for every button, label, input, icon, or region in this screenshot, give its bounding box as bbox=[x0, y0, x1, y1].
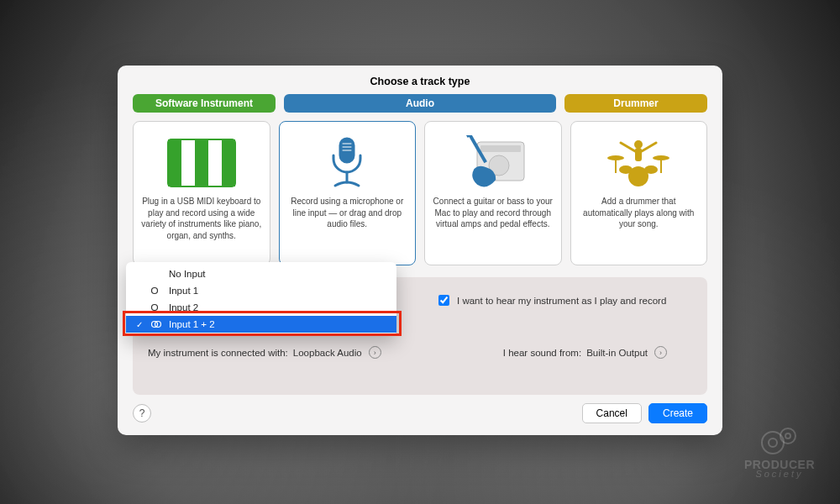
option-description: Record using a microphone or line input … bbox=[286, 196, 409, 230]
svg-rect-19 bbox=[635, 148, 642, 161]
stereo-icon bbox=[150, 320, 162, 328]
dropdown-option-input-1[interactable]: Input 1 bbox=[126, 282, 396, 299]
checkmark-icon: ✓ bbox=[134, 320, 144, 329]
option-description: Plug in a USB MIDI keyboard to play and … bbox=[140, 196, 263, 241]
dropdown-option-input-1-2[interactable]: ✓ Input 1 + 2 bbox=[126, 316, 396, 333]
option-drummer[interactable]: Add a drummer that automatically plays a… bbox=[570, 121, 708, 265]
new-track-dialog: Choose a track type Software Instrument … bbox=[118, 66, 722, 435]
option-description: Add a drummer that automatically plays a… bbox=[578, 196, 701, 230]
option-audio-mic[interactable]: Record using a microphone or line input … bbox=[279, 121, 417, 265]
dropdown-option-label: Input 2 bbox=[169, 302, 198, 312]
svg-point-18 bbox=[634, 140, 643, 149]
svg-point-29 bbox=[152, 288, 158, 294]
svg-rect-14 bbox=[480, 145, 521, 152]
guitar-amp-icon bbox=[455, 130, 531, 196]
dropdown-option-label: Input 1 + 2 bbox=[169, 319, 215, 329]
mono-icon bbox=[150, 303, 162, 312]
option-audio-guitar[interactable]: Connect a guitar or bass to your Mac to … bbox=[424, 121, 562, 265]
output-device-row[interactable]: I hear sound from: Built-in Output › bbox=[503, 346, 667, 359]
dropdown-option-label: No Input bbox=[169, 269, 205, 279]
svg-point-28 bbox=[628, 166, 648, 186]
tab-audio[interactable]: Audio bbox=[284, 94, 556, 113]
svg-rect-7 bbox=[222, 139, 235, 186]
mono-icon bbox=[150, 286, 162, 295]
option-description: Connect a guitar or bass to your Mac to … bbox=[432, 196, 554, 230]
help-button[interactable]: ? bbox=[133, 404, 151, 423]
cancel-button[interactable]: Cancel bbox=[582, 403, 642, 423]
keyboard-icon bbox=[166, 130, 237, 196]
svg-line-21 bbox=[642, 143, 656, 151]
microphone-icon bbox=[322, 130, 372, 196]
monitoring-row: I want to hear my instrument as I play a… bbox=[435, 292, 666, 308]
tab-drummer[interactable]: Drummer bbox=[564, 94, 707, 113]
track-options: Plug in a USB MIDI keyboard to play and … bbox=[133, 121, 707, 265]
details-panel: No Input Input 1 Input 2 ✓ Input 1 + 2 I… bbox=[133, 277, 707, 395]
tab-software-instrument[interactable]: Software Instrument bbox=[133, 94, 276, 113]
chevron-right-icon: › bbox=[369, 346, 381, 359]
dialog-title: Choose a track type bbox=[133, 76, 707, 87]
dropdown-option-label: Input 1 bbox=[169, 286, 198, 296]
svg-rect-6 bbox=[195, 139, 208, 186]
input-device-value: Loopback Audio bbox=[293, 348, 362, 358]
track-type-tabs: Software Instrument Audio Drummer bbox=[133, 94, 707, 113]
monitoring-checkbox[interactable] bbox=[438, 295, 449, 306]
output-device-label: I hear sound from: bbox=[503, 348, 581, 358]
svg-line-20 bbox=[621, 143, 635, 151]
output-device-value: Built-in Output bbox=[586, 348, 648, 358]
create-button[interactable]: Create bbox=[648, 403, 707, 423]
input-device-row[interactable]: My instrument is connected with: Loopbac… bbox=[148, 346, 381, 359]
dropdown-option-no-input[interactable]: No Input bbox=[126, 265, 396, 282]
dialog-footer: ? Cancel Create bbox=[133, 403, 707, 423]
option-software-instrument[interactable]: Plug in a USB MIDI keyboard to play and … bbox=[133, 121, 270, 265]
svg-point-30 bbox=[152, 305, 158, 311]
input-dropdown[interactable]: No Input Input 1 Input 2 ✓ Input 1 + 2 bbox=[126, 262, 396, 336]
svg-rect-5 bbox=[168, 139, 181, 186]
monitoring-label: I want to hear my instrument as I play a… bbox=[457, 296, 666, 306]
input-device-label: My instrument is connected with: bbox=[148, 348, 288, 358]
chevron-right-icon: › bbox=[654, 346, 667, 359]
drummer-icon bbox=[601, 130, 676, 196]
dropdown-option-input-2[interactable]: Input 2 bbox=[126, 299, 396, 316]
